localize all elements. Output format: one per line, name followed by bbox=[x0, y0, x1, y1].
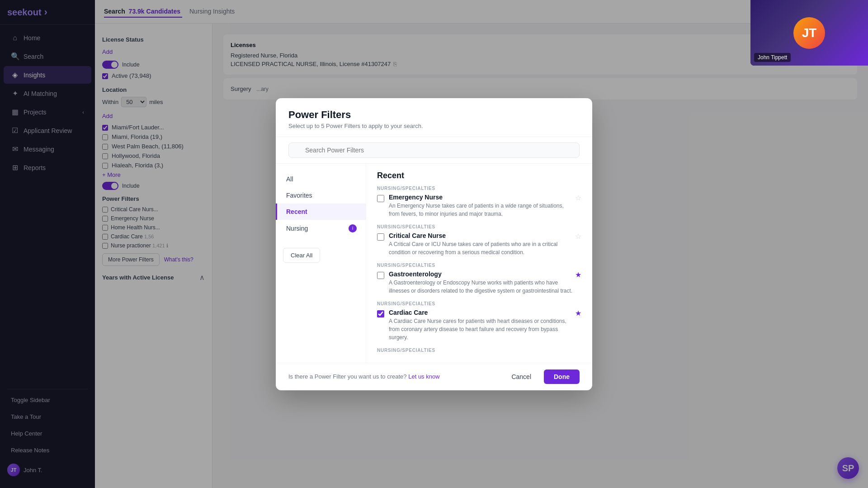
modal-body: All Favorites Recent Nursing i Clear All bbox=[276, 164, 592, 363]
emergency-nurse-info: Emergency Nurse An Emergency Nurse takes… bbox=[389, 194, 575, 218]
modal-nav-all[interactable]: All bbox=[276, 171, 366, 187]
category-label-2: NURSING/SPECIALTIES bbox=[377, 224, 581, 229]
clear-all-container: Clear All bbox=[276, 244, 366, 266]
footer-actions: Cancel Done bbox=[503, 370, 580, 384]
critical-care-name: Critical Care Nurse bbox=[389, 232, 575, 239]
cardiac-desc: A Cardiac Care Nurse cares for patients … bbox=[389, 317, 575, 341]
critical-care-star[interactable]: ☆ bbox=[575, 232, 581, 241]
gastro-star[interactable]: ★ bbox=[575, 270, 581, 279]
filter-item-gastro: Gastroenterology A Gastroenterology or E… bbox=[377, 270, 581, 295]
modal-left-nav: All Favorites Recent Nursing i Clear All bbox=[276, 164, 366, 363]
emergency-nurse-modal-checkbox[interactable] bbox=[377, 195, 384, 202]
modal-search-bar: 🔍 bbox=[276, 137, 592, 164]
critical-care-desc: A Critical Care or ICU Nurse takes care … bbox=[389, 240, 575, 256]
gastro-desc: A Gastroenterology or Endoscopy Nurse wo… bbox=[389, 279, 575, 295]
clear-all-button[interactable]: Clear All bbox=[283, 248, 320, 263]
modal-header: Power Filters Select up to 5 Power Filte… bbox=[276, 98, 592, 137]
modal-search-input[interactable] bbox=[288, 142, 580, 158]
emergency-nurse-star[interactable]: ☆ bbox=[575, 194, 581, 202]
footer-create-text: Is there a Power Filter you want us to c… bbox=[288, 373, 440, 380]
video-overlay: JT John Tippett bbox=[750, 0, 868, 66]
video-avatar: JT bbox=[793, 17, 825, 49]
cancel-button[interactable]: Cancel bbox=[503, 370, 539, 384]
filter-item-critical-left: Critical Care Nurse A Critical Care or I… bbox=[377, 232, 575, 256]
nursing-badge: i bbox=[349, 224, 357, 232]
done-button[interactable]: Done bbox=[544, 370, 580, 384]
cardiac-modal-checkbox[interactable] bbox=[377, 310, 384, 317]
power-filters-modal: Power Filters Select up to 5 Power Filte… bbox=[276, 98, 592, 390]
category-label-3: NURSING/SPECIALTIES bbox=[377, 263, 581, 268]
emergency-nurse-name: Emergency Nurse bbox=[389, 194, 575, 201]
cardiac-name: Cardiac Care bbox=[389, 309, 575, 316]
filter-item-cardiac: Cardiac Care A Cardiac Care Nurse cares … bbox=[377, 309, 581, 341]
footer-let-us-know-link[interactable]: Let us know bbox=[408, 373, 439, 380]
modal-subtitle: Select up to 5 Power Filters to apply to… bbox=[288, 123, 580, 129]
modal-right-content: Recent NURSING/SPECIALTIES Emergency Nur… bbox=[366, 164, 592, 363]
modal-footer: Is there a Power Filter you want us to c… bbox=[276, 363, 592, 390]
modal-right-title: Recent bbox=[377, 171, 581, 180]
gastro-modal-checkbox[interactable] bbox=[377, 272, 384, 279]
gastro-name: Gastroenterology bbox=[389, 270, 575, 278]
filter-item-cardiac-left: Cardiac Care A Cardiac Care Nurse cares … bbox=[377, 309, 575, 341]
filter-item-emergency-left: Emergency Nurse An Emergency Nurse takes… bbox=[377, 194, 575, 218]
gastro-info: Gastroenterology A Gastroenterology or E… bbox=[389, 270, 575, 295]
modal-nav-recent[interactable]: Recent bbox=[276, 204, 366, 220]
modal-nav-nursing[interactable]: Nursing i bbox=[276, 220, 366, 237]
category-label-1: NURSING/SPECIALTIES bbox=[377, 186, 581, 191]
emergency-nurse-desc: An Emergency Nurse takes care of patient… bbox=[389, 202, 575, 218]
filter-item-critical-care: Critical Care Nurse A Critical Care or I… bbox=[377, 232, 581, 256]
category-label-4: NURSING/SPECIALTIES bbox=[377, 301, 581, 306]
video-name-badge: John Tippett bbox=[754, 53, 791, 62]
filter-item-emergency-nurse: Emergency Nurse An Emergency Nurse takes… bbox=[377, 194, 581, 218]
critical-care-info: Critical Care Nurse A Critical Care or I… bbox=[389, 232, 575, 256]
critical-care-modal-checkbox[interactable] bbox=[377, 233, 384, 241]
modal-title: Power Filters bbox=[288, 109, 580, 121]
modal-nav-favorites[interactable]: Favorites bbox=[276, 187, 366, 204]
filter-item-gastro-left: Gastroenterology A Gastroenterology or E… bbox=[377, 270, 575, 295]
cardiac-info: Cardiac Care A Cardiac Care Nurse cares … bbox=[389, 309, 575, 341]
modal-overlay[interactable]: Power Filters Select up to 5 Power Filte… bbox=[0, 0, 868, 488]
cardiac-star[interactable]: ★ bbox=[575, 309, 581, 317]
category-label-5: NURSING/SPECIALTIES bbox=[377, 348, 581, 353]
video-placeholder: JT John Tippett bbox=[750, 0, 868, 66]
search-input-wrap: 🔍 bbox=[288, 142, 580, 158]
